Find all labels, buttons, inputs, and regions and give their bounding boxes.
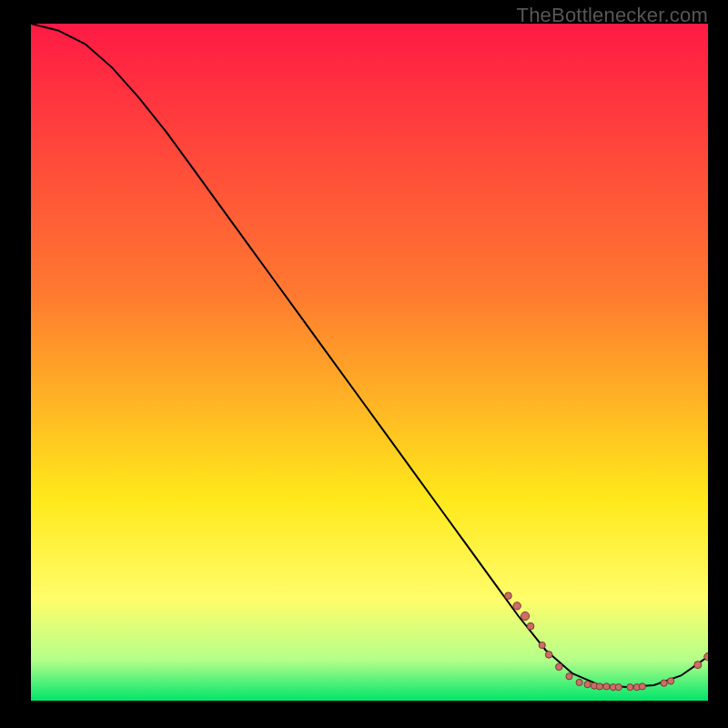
marker-point: [667, 678, 673, 684]
marker-point: [584, 682, 591, 688]
marker-point: [639, 683, 645, 690]
marker-point: [576, 679, 582, 685]
marker-point: [545, 652, 552, 659]
gradient-background: [31, 24, 708, 701]
marker-point: [704, 652, 708, 660]
marker-point: [539, 642, 545, 648]
marker-point: [627, 684, 633, 691]
chart-root: TheBottlenecker.com: [0, 0, 728, 728]
marker-point: [513, 602, 521, 610]
marker-point: [603, 683, 610, 690]
marker-point: [527, 622, 534, 630]
plot-area: [31, 24, 708, 701]
chart-svg: [31, 24, 708, 701]
marker-point: [521, 612, 530, 620]
marker-point: [661, 680, 667, 686]
marker-point: [596, 683, 602, 690]
marker-point: [505, 592, 512, 600]
marker-point: [566, 673, 572, 680]
marker-point: [556, 663, 563, 671]
marker-point: [694, 662, 702, 669]
marker-point: [615, 684, 622, 691]
